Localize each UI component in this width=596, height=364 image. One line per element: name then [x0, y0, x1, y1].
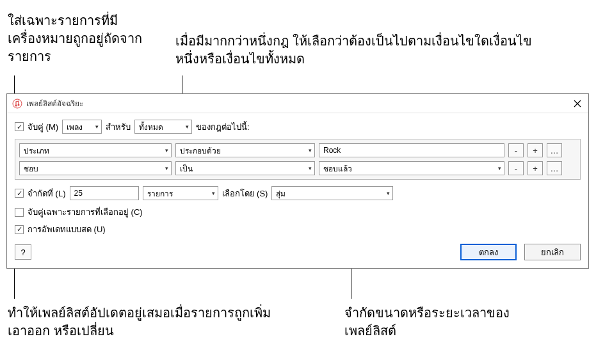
rule-op-select[interactable]: ประกอบด้วย ▾ — [175, 143, 315, 157]
limit-row: จำกัดที่ (L) 25 รายการ ▾ เลือกโดย (S) สุ… — [15, 186, 581, 200]
remove-rule-button[interactable]: - — [508, 143, 524, 157]
rule-op-select[interactable]: เป็น ▾ — [175, 161, 315, 175]
annotation-bottom-left: ทำให้เพลย์ลิสต์อัปเดตอยู่เสมอเมื่อรายการ… — [8, 304, 283, 340]
rule-value-text: ชอบแล้ว — [323, 162, 352, 175]
rule-field-select[interactable]: ประเภท ▾ — [19, 143, 172, 157]
chevron-down-icon: ▾ — [309, 147, 312, 154]
add-rule-button[interactable]: + — [528, 143, 543, 157]
annotation-top-left: ใส่เฉพาะรายการที่มีเครื่องหมายถูกอยู่ถัด… — [8, 12, 161, 65]
close-icon — [574, 100, 581, 107]
help-button[interactable]: ? — [15, 244, 31, 260]
app-icon — [12, 99, 22, 109]
selected-by-select[interactable]: สุ่ม ▾ — [271, 186, 393, 200]
svg-point-0 — [13, 99, 22, 108]
limit-checkbox[interactable] — [15, 189, 24, 198]
rule-field-value: ประเภท — [24, 145, 49, 157]
limit-unit-select[interactable]: รายการ ▾ — [143, 186, 218, 200]
rule-value-input[interactable]: Rock — [319, 143, 504, 157]
ok-button[interactable]: ตกลง — [460, 244, 517, 260]
close-button[interactable] — [570, 97, 584, 111]
live-update-row: การอัพเดทแบบสด (U) — [15, 223, 581, 236]
live-update-checkbox[interactable] — [15, 225, 24, 234]
selected-by-value: สุ่ม — [276, 187, 286, 200]
svg-point-2 — [18, 104, 20, 106]
scope-select[interactable]: ทั้งหมด ▾ — [134, 120, 192, 134]
dialog-title: เพลย์ลิสต์อัจฉริยะ — [26, 97, 83, 109]
more-rule-button[interactable]: … — [547, 143, 562, 157]
chevron-down-icon: ▾ — [212, 190, 215, 196]
match-checked-label: จับคู่เฉพาะรายการที่เลือกอยู่ (C) — [28, 205, 143, 219]
selected-by-label: เลือกโดย (S) — [222, 187, 268, 200]
live-update-label: การอัพเดทแบบสด (U) — [28, 223, 106, 236]
chevron-down-icon: ▾ — [95, 123, 99, 130]
match-label: จับคู่ (M) — [28, 120, 58, 134]
rule-field-select[interactable]: ชอบ ▾ — [19, 161, 172, 175]
rules-block: ประเภท ▾ ประกอบด้วย ▾ Rock - + … ชอบ ▾ — [15, 139, 581, 180]
rules-suffix-label: ของกฎต่อไปนี้: — [196, 120, 250, 134]
add-rule-button[interactable]: + — [528, 161, 543, 175]
rule-row: ชอบ ▾ เป็น ▾ ชอบแล้ว ▾ - + … — [19, 161, 576, 175]
match-checked-checkbox[interactable] — [15, 208, 24, 217]
chevron-down-icon: ▾ — [165, 147, 168, 154]
more-rule-button[interactable]: … — [547, 161, 562, 175]
scope-value: ทั้งหมด — [139, 121, 163, 133]
svg-point-1 — [15, 104, 17, 106]
rule-op-value: ประกอบด้วย — [180, 145, 221, 157]
cancel-button[interactable]: ยกเลิก — [524, 244, 581, 260]
match-row: จับคู่ (M) เพลง ▾ สำหรับ ทั้งหมด ▾ ของกฎ… — [15, 120, 581, 134]
callout-line — [14, 264, 15, 299]
for-label: สำหรับ — [106, 120, 131, 134]
limit-unit-value: รายการ — [147, 187, 173, 200]
remove-rule-button[interactable]: - — [508, 161, 524, 175]
rule-op-value: เป็น — [180, 162, 193, 175]
chevron-down-icon: ▾ — [165, 165, 168, 171]
annotation-bottom-right: จำกัดขนาดหรือระยะเวลาของเพลย์ลิสต์ — [344, 304, 524, 340]
match-checkbox[interactable] — [15, 122, 24, 131]
rule-field-value: ชอบ — [24, 162, 38, 175]
media-type-select[interactable]: เพลง ▾ — [62, 120, 102, 134]
annotation-top-right: เมื่อมีมากกว่าหนึ่งกฎ ให้เลือกว่าต้องเป็… — [175, 32, 534, 68]
limit-value-input[interactable]: 25 — [70, 186, 139, 200]
smart-playlist-dialog: เพลย์ลิสต์อัจฉริยะ จับคู่ (M) เพลง ▾ สำห… — [6, 93, 589, 269]
chevron-down-icon: ▾ — [387, 190, 390, 196]
dialog-body: จับคู่ (M) เพลง ▾ สำหรับ ทั้งหมด ▾ ของกฎ… — [7, 113, 588, 268]
match-checked-row: จับคู่เฉพาะรายการที่เลือกอยู่ (C) — [15, 205, 581, 219]
footer-buttons: ตกลง ยกเลิก — [460, 244, 581, 260]
dialog-footer: ? ตกลง ยกเลิก — [15, 244, 581, 260]
limit-label: จำกัดที่ (L) — [28, 187, 66, 200]
titlebar: เพลย์ลิสต์อัจฉริยะ — [7, 94, 588, 113]
media-type-value: เพลง — [67, 121, 83, 133]
rule-value-select[interactable]: ชอบแล้ว ▾ — [319, 161, 504, 175]
chevron-down-icon: ▾ — [186, 123, 189, 130]
rule-value-text: Rock — [323, 146, 341, 155]
chevron-down-icon: ▾ — [309, 165, 312, 171]
rule-row: ประเภท ▾ ประกอบด้วย ▾ Rock - + … — [19, 143, 576, 157]
limit-value-text: 25 — [74, 189, 83, 198]
chevron-down-icon: ▾ — [498, 165, 501, 171]
